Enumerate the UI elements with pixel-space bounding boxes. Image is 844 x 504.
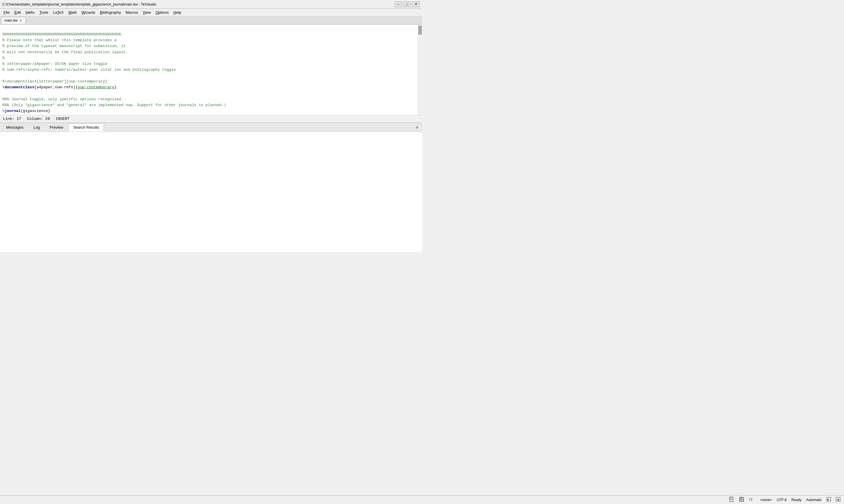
menu-options[interactable]: Options	[153, 10, 171, 15]
panel-tab-preview[interactable]: Preview	[45, 123, 68, 131]
editor-tab-main-tex[interactable]: main.tex ✕	[1, 17, 26, 24]
tab-close-icon[interactable]: ✕	[19, 19, 22, 22]
panel-tab-bar: Messages Log Preview Search Results ✕	[0, 123, 422, 132]
panel-tabs: Messages Log Preview Search Results	[1, 123, 104, 131]
panel-tab-search-results[interactable]: Search Results	[68, 123, 104, 131]
menu-bar: File Edit Idefix Tools LaTeX Math Wizard…	[0, 9, 422, 16]
menu-bibliography[interactable]: Bibliography	[98, 10, 123, 15]
menu-macros[interactable]: Macros	[123, 10, 140, 15]
panel-tab-log[interactable]: Log	[29, 123, 45, 131]
menu-view[interactable]: View	[140, 10, 153, 15]
mode-indicator: INSERT	[56, 116, 69, 121]
menu-idefix[interactable]: Idefix	[23, 10, 37, 15]
minimize-button[interactable]: −	[395, 1, 402, 7]
line-indicator: Line: 17	[3, 116, 21, 121]
main-content: %%%%%%%%%%%%%%%%%%%%%%%%%%%%%%%%%%%%%%%%…	[0, 24, 422, 252]
menu-file[interactable]: File	[1, 10, 12, 15]
menu-edit[interactable]: Edit	[12, 10, 23, 15]
menu-math[interactable]: Math	[66, 10, 79, 15]
editor-area[interactable]: %%%%%%%%%%%%%%%%%%%%%%%%%%%%%%%%%%%%%%%%…	[0, 24, 422, 115]
editor-scrollbar[interactable]	[418, 24, 422, 115]
editor-status-bar: Line: 17 Column: 20 INSERT	[0, 115, 422, 123]
tab-label: main.tex	[4, 18, 18, 22]
window-controls: − □ ✕	[395, 1, 420, 7]
close-button[interactable]: ✕	[412, 1, 420, 7]
menu-wizards[interactable]: Wizards	[79, 10, 98, 15]
bottom-panel: Messages Log Preview Search Results ✕	[0, 123, 422, 252]
panel-content	[0, 132, 422, 252]
menu-latex[interactable]: LaTeX	[51, 10, 66, 15]
menu-help[interactable]: Help	[171, 10, 184, 15]
app: C:\Cheniana\latex_templates\journal_temp…	[0, 0, 422, 252]
maximize-button[interactable]: □	[403, 1, 411, 7]
title-bar: C:\Cheniana\latex_templates\journal_temp…	[0, 0, 422, 9]
panel-tab-messages[interactable]: Messages	[1, 123, 29, 131]
window-title: C:\Cheniana\latex_templates\journal_temp…	[2, 2, 156, 6]
editor-wrapper: %%%%%%%%%%%%%%%%%%%%%%%%%%%%%%%%%%%%%%%%…	[0, 24, 422, 115]
tab-bar: main.tex ✕	[0, 16, 422, 24]
menu-tools[interactable]: Tools	[37, 10, 50, 15]
panel-close-button[interactable]: ✕	[414, 124, 421, 130]
scrollbar-thumb[interactable]	[418, 26, 422, 35]
column-indicator: Column: 20	[27, 116, 50, 121]
editor-content: %%%%%%%%%%%%%%%%%%%%%%%%%%%%%%%%%%%%%%%%…	[0, 24, 422, 115]
